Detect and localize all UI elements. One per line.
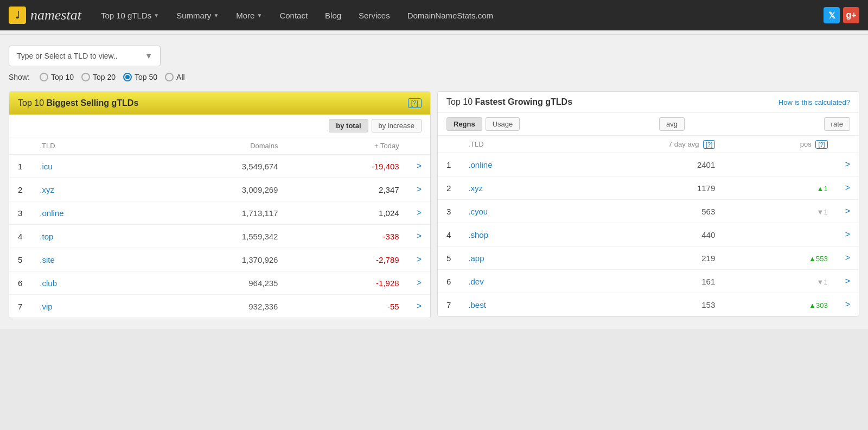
right-column: Top 10 Fastest Growing gTLDs How is this… [437,91,859,318]
right-table-body: 1 .online 2401 > 2 .xyz 1179 ▲1 > 3 .cyo… [438,153,859,317]
rank-cell: 3 [438,200,459,223]
main-content: Type or Select a TLD to view.. ▼ Show: T… [0,35,868,329]
left-panel-help-badge[interactable]: [?] [408,98,422,108]
avg-cell: 440 [563,223,724,246]
tab-usage[interactable]: Usage [486,117,520,131]
tld-cell[interactable]: .vip [31,295,142,318]
right-table-row: 1 .online 2401 > [438,153,859,176]
avg-cell: 219 [563,246,724,270]
radio-all[interactable]: All [165,73,185,81]
rank-cell: 3 [9,201,31,225]
tld-cell[interactable]: .dev [459,270,563,293]
today-cell: -55 [286,295,407,318]
pos-up-icon: ▲553 [809,255,828,263]
row-arrow[interactable]: > [837,270,859,293]
tab-rate[interactable]: rate [824,117,850,131]
tld-cell[interactable]: .cyou [459,200,563,223]
tld-cell[interactable]: .online [459,153,563,176]
tld-cell[interactable]: .site [31,248,142,271]
right-table-row: 7 .best 153 ▲303 > [438,293,859,317]
nav-blog[interactable]: Blog [316,0,350,30]
row-arrow[interactable]: > [408,271,430,295]
rank-cell: 5 [438,246,459,270]
row-arrow[interactable]: > [408,225,430,248]
tld-cell[interactable]: .shop [459,223,563,246]
subbar [0,30,868,35]
tab-by-total[interactable]: by total [329,119,368,132]
row-arrow[interactable]: > [408,178,430,201]
radio-top20-circle [81,73,90,81]
domains-cell: 1,713,117 [143,201,287,225]
right-table-row: 5 .app 219 ▲553 > [438,246,859,270]
logo-text: namestat [30,7,81,23]
right-panel-table: .TLD 7 day avg [?] pos [?] 1 .online [438,136,859,316]
left-column: Top 10 Biggest Selling gTLDs [?] by tota… [9,91,431,318]
logo-area: ♩ namestat [9,7,81,24]
summary-chevron-icon: ▼ [213,12,219,18]
radio-top10-circle [40,73,48,81]
avg-cell: 563 [563,200,724,223]
left-panel-table: .TLD Domains + Today 1 .icu 3,549,674 -1… [9,137,430,318]
row-arrow[interactable]: > [837,246,859,270]
tab-by-increase[interactable]: by increase [372,119,422,132]
pos-help-badge[interactable]: [?] [815,140,827,149]
row-arrow[interactable]: > [837,223,859,246]
rank-cell: 7 [438,293,459,317]
nav-summary[interactable]: Summary ▼ [168,0,227,30]
tld-selector[interactable]: Type or Select a TLD to view.. ▼ [9,46,161,66]
rank-cell: 1 [9,155,31,178]
how-is-calculated-link[interactable]: How is this calculated? [778,98,850,106]
nav-items: Top 10 gTLDs ▼ Summary ▼ More ▼ Contact … [92,0,824,30]
tld-cell[interactable]: .online [31,201,142,225]
tld-cell[interactable]: .best [459,293,563,317]
show-label: Show: [9,73,30,81]
twitter-button[interactable]: 𝕏 [824,7,840,23]
nav-contact[interactable]: Contact [271,0,316,30]
avg-help-badge[interactable]: [?] [703,140,715,149]
radio-top20[interactable]: Top 20 [81,73,116,81]
tab-regns[interactable]: Regns [446,117,482,131]
row-arrow[interactable]: > [837,200,859,223]
social-buttons: 𝕏 g+ [824,7,859,23]
left-table-row: 4 .top 1,559,342 -338 > [9,225,430,248]
tld-cell[interactable]: .top [31,225,142,248]
domains-cell: 932,336 [143,295,287,318]
row-arrow[interactable]: > [408,295,430,318]
tab-avg[interactable]: avg [659,117,685,131]
tld-cell[interactable]: .club [31,271,142,295]
nav-more[interactable]: More ▼ [227,0,271,30]
radio-top50[interactable]: Top 50 [123,73,157,81]
tld-cell[interactable]: .xyz [459,176,563,200]
radio-top10[interactable]: Top 10 [40,73,74,81]
pos-cell: ▲553 [724,246,836,270]
pos-up-icon: ▲1 [817,185,828,193]
nav-top10-gtlds[interactable]: Top 10 gTLDs ▼ [92,0,168,30]
tld-cell[interactable]: .app [459,246,563,270]
tld-cell[interactable]: .xyz [31,178,142,201]
show-row: Show: Top 10 Top 20 Top 50 All [9,73,859,81]
rank-cell: 2 [9,178,31,201]
left-table-row: 3 .online 1,713,117 1,024 > [9,201,430,225]
row-arrow[interactable]: > [408,201,430,225]
pos-up-icon: ▲303 [809,301,828,309]
today-cell: 2,347 [286,178,407,201]
domains-cell: 1,559,342 [143,225,287,248]
row-arrow[interactable]: > [837,293,859,317]
avg-cell: 161 [563,270,724,293]
avg-cell: 2401 [563,153,724,176]
avg-cell: 1179 [563,176,724,200]
rank-cell: 6 [438,270,459,293]
row-arrow[interactable]: > [408,248,430,271]
rank-cell: 5 [9,248,31,271]
domains-cell: 1,370,926 [143,248,287,271]
rank-cell: 4 [9,225,31,248]
nav-services[interactable]: Services [350,0,399,30]
googleplus-button[interactable]: g+ [843,7,859,23]
right-table-row: 2 .xyz 1179 ▲1 > [438,176,859,200]
row-arrow[interactable]: > [837,176,859,200]
radio-top50-circle [123,73,132,81]
row-arrow[interactable]: > [408,155,430,178]
row-arrow[interactable]: > [837,153,859,176]
nav-domainstats[interactable]: DomainNameStats.com [399,0,502,30]
tld-cell[interactable]: .icu [31,155,142,178]
